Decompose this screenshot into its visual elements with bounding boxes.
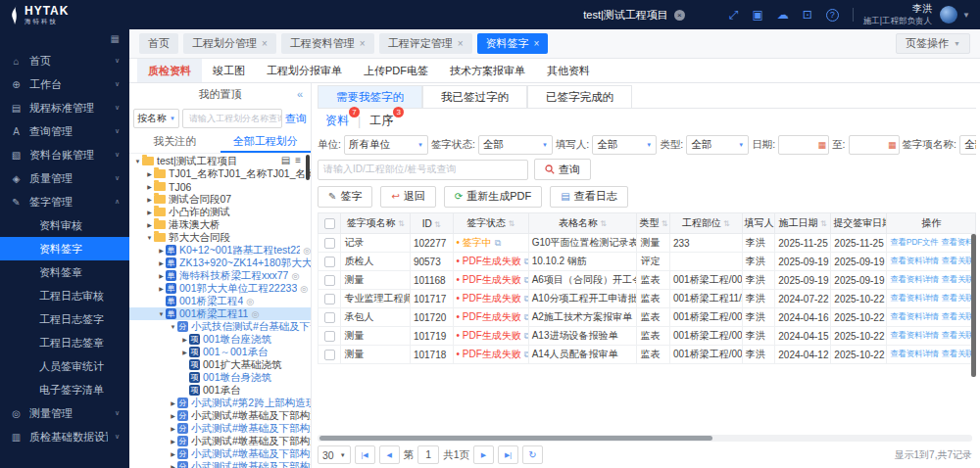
table-row[interactable]: 质检人90573• PDF生成失败⧉10.10.2 钢筋评定李洪2025-09-… — [318, 253, 976, 271]
sign-tab[interactable]: 需要我签字的 — [318, 85, 422, 108]
table-horizontal-scrollbar[interactable] — [318, 435, 972, 442]
doc-tab[interactable]: 竣工图 — [202, 59, 256, 82]
avatar[interactable] — [940, 6, 957, 23]
copy-icon[interactable]: ⧉ — [524, 257, 528, 266]
list-view-icon[interactable]: ▤ — [281, 155, 290, 165]
tree-expand-icon[interactable]: ▶ — [169, 463, 177, 468]
doc-tab[interactable]: 上传PDF电签 — [353, 59, 439, 82]
prev-page-button[interactable]: ◀ — [379, 445, 400, 464]
table-row[interactable]: 测量101719• PDF生成失败⧉A13进场设备报验单监表001桥梁工程/00… — [318, 327, 976, 346]
tree-node[interactable]: ▶单ZK13+920~ZK14+180郭大大单位工程4... — [129, 257, 311, 269]
sidebar-subitem[interactable]: 资料审核 — [0, 213, 129, 237]
tree-expand-icon[interactable]: ▶ — [145, 196, 154, 203]
sidebar-subitem[interactable]: 资料签字 — [0, 237, 129, 260]
tab-item[interactable]: 首页 — [139, 33, 178, 54]
op-link[interactable]: 查看资料详情 — [890, 330, 938, 340]
doc-tab[interactable]: 质检资料 — [137, 59, 202, 82]
doc-tab[interactable]: 工程划分报审单 — [256, 59, 353, 82]
tree-expand-icon[interactable]: ▶ — [180, 349, 189, 355]
page-size-select[interactable]: 30 ▼ — [318, 445, 351, 464]
row-checkbox[interactable] — [324, 331, 335, 342]
tree-node[interactable]: ▶分小武测试#墩基础及下部构造 — [129, 422, 311, 435]
export-icon[interactable]: ⊡ — [803, 8, 812, 22]
tree-node[interactable]: ▶小凸诈的测试 — [129, 206, 311, 218]
header-checkbox[interactable] — [324, 218, 335, 229]
tree-expand-icon[interactable]: ▶ — [157, 247, 166, 254]
tree-scrollbar[interactable] — [306, 155, 310, 180]
table-row[interactable]: 测量101718• PDF生成失败⧉A14人员配备报审单监表001桥梁工程/00… — [318, 346, 976, 364]
panel-collapse-icon[interactable]: « — [297, 83, 303, 106]
sidebar-subitem[interactable]: 人员签审统计 — [0, 354, 129, 378]
tree-node[interactable]: ▶单K0+12~001路基工程test22◎ — [129, 244, 311, 257]
row-checkbox[interactable] — [324, 350, 335, 360]
op-link[interactable]: 查看资料详情 — [890, 293, 938, 303]
tree-node[interactable]: ▶单海特科技桥梁工程xxx77◎ — [129, 269, 311, 282]
tree-expand-icon[interactable]: ▼ — [169, 324, 177, 330]
copy-icon[interactable]: ⧉ — [524, 350, 528, 359]
close-icon[interactable]: × — [534, 38, 540, 49]
project-clear-icon[interactable]: × — [674, 10, 685, 21]
subtab[interactable]: 资料7 — [325, 113, 349, 129]
column-header[interactable]: 工程部位 ⇅ — [669, 213, 742, 234]
page-actions-button[interactable]: 页签操作 ▼ — [896, 33, 970, 54]
table-row[interactable]: 承包人101720• PDF生成失败⧉A2施工技术方案报审单监表001桥梁工程/… — [318, 308, 976, 327]
tree-node[interactable]: ▶项001墩台座浇筑 — [129, 333, 311, 346]
tree-expand-icon[interactable]: ▶ — [157, 259, 166, 266]
return-button[interactable]: ↩退回 — [380, 186, 435, 208]
op-link[interactable]: 查看PDF文件 — [890, 237, 938, 247]
tree-node[interactable]: 单001桥梁工程4◎ — [129, 295, 311, 307]
tree-node[interactable]: ▼分小武技信测试#台基础及下部构造 — [129, 320, 311, 333]
tree-expand-icon[interactable]: ▶ — [145, 170, 154, 177]
tree-search-button[interactable]: 查询 — [285, 112, 307, 126]
filter-select[interactable]: 全部▼ — [686, 135, 749, 155]
regenerate-pdf-button[interactable]: ⟳重新生成PDF — [444, 186, 542, 208]
tab-item[interactable]: 资料签字× — [477, 33, 549, 54]
column-header[interactable]: 签字状态 ⇅ — [453, 213, 528, 234]
sign-tab[interactable]: 已签字完成的 — [527, 85, 632, 108]
column-header[interactable]: 签字项名称 ⇅ — [341, 213, 410, 234]
column-header[interactable]: 填写人 ⇅ — [742, 213, 775, 234]
tree-node[interactable]: 项001扩大基础浇筑 — [129, 358, 311, 371]
tree-node[interactable]: ▼单001桥梁工程11◎ — [129, 307, 311, 320]
sort-icon[interactable]: ⇅ — [721, 219, 730, 228]
op-link[interactable]: 查看资料详情 — [890, 349, 938, 358]
doc-tab[interactable]: 技术方案报审单 — [439, 59, 536, 82]
tree-expand-icon[interactable]: ▶ — [145, 221, 154, 228]
tree-expand-icon[interactable]: ▶ — [157, 285, 166, 292]
sort-icon[interactable]: ⇅ — [598, 219, 607, 228]
tab-item[interactable]: 工程划分管理× — [183, 33, 276, 54]
sidebar-collapse-icon[interactable]: ▦ — [0, 29, 129, 49]
table-vertical-scrollbar[interactable] — [971, 234, 976, 377]
tree-node[interactable]: 项001承台 — [129, 384, 311, 397]
next-page-button[interactable]: ▶ — [473, 445, 494, 464]
tree-expand-icon[interactable]: ▼ — [157, 311, 166, 317]
sort-icon[interactable]: ⇅ — [818, 219, 827, 228]
weather-icon[interactable]: ☁ — [777, 8, 789, 22]
tab-item[interactable]: 工程资料管理× — [281, 33, 374, 54]
sidebar-item[interactable]: ⊕工作台∨ — [0, 72, 129, 96]
pin-icon[interactable]: ◎ — [303, 246, 311, 256]
copy-icon[interactable]: ⧉ — [524, 294, 528, 304]
page-number-input[interactable]: 1 — [417, 445, 439, 464]
close-icon[interactable]: × — [458, 38, 464, 49]
tree-node[interactable]: ▼郭大大合同段 — [129, 231, 311, 244]
name-filter-select[interactable]: 按名称 ▼ — [133, 109, 179, 128]
filter-select[interactable]: 全部▼ — [478, 135, 553, 155]
filter-select[interactable]: 全部▼ — [592, 135, 657, 155]
pin-icon[interactable]: ◎ — [246, 297, 254, 306]
first-page-button[interactable]: |◀ — [355, 445, 375, 464]
column-header[interactable]: 操作 — [887, 213, 976, 234]
column-header[interactable]: 类型 ⇅ — [637, 213, 670, 234]
sidebar-subitem[interactable]: 资料签章 — [0, 260, 129, 284]
fullscreen-icon[interactable]: ⤢ — [729, 8, 739, 22]
tree-node[interactable]: ▶分小武测试#墩基础及下部构造 — [129, 435, 311, 447]
table-row[interactable]: 记录102277• 签字中⧉G10平面位置检测记录表测量233李洪2025-11… — [318, 234, 976, 253]
row-checkbox[interactable] — [324, 238, 335, 249]
sidebar-item[interactable]: ✎签字管理∧ — [0, 190, 129, 213]
tree-search-input[interactable]: 请输入工程划分名称查询 — [182, 109, 282, 128]
tree-expand-icon[interactable]: ▶ — [169, 450, 177, 457]
tree-expand-icon[interactable]: ▶ — [180, 336, 189, 343]
grid-icon[interactable]: ▣ — [752, 8, 762, 22]
row-checkbox[interactable] — [324, 312, 335, 323]
tree-expand-icon[interactable]: ▼ — [133, 159, 142, 164]
